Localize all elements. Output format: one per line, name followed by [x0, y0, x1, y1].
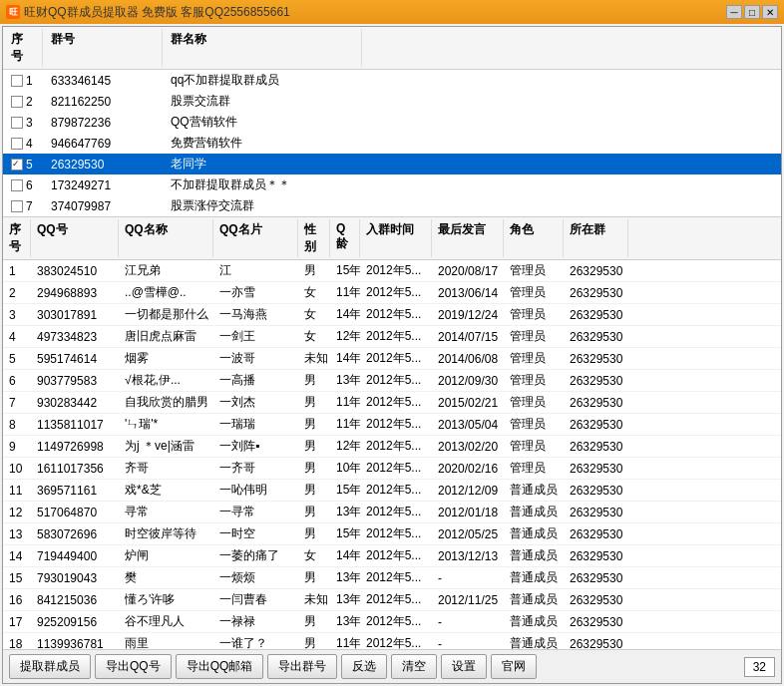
m-card: 一闫曹春	[213, 590, 298, 609]
group-checkbox[interactable]	[11, 179, 23, 191]
member-row[interactable]: 9 1149726998 为j ＊ve|涵雷 一刘阵▪ 男 12年 2012年5…	[3, 436, 781, 458]
member-row[interactable]: 18 1139936781 雨里 一谁了？ 男 11年 2012年5... - …	[3, 633, 781, 649]
group-seq: 7	[3, 198, 43, 214]
member-row[interactable]: 5 595174614 烟雾 一波哥 未知 14年 2012年5... 2014…	[3, 348, 781, 370]
m-gender: 男	[298, 459, 330, 478]
group-checkbox[interactable]	[11, 200, 23, 212]
group-id: 3	[26, 116, 33, 130]
m-no: 18	[3, 636, 31, 650]
member-row[interactable]: 16 841215036 懂ろ'许哆 一闫曹春 未知 13年 2012年5...…	[3, 589, 781, 611]
group-row[interactable]: 4 946647769 免费营销软件	[3, 133, 781, 154]
m-qqname: 戏*&芝	[119, 481, 213, 500]
minimize-button[interactable]: ─	[726, 5, 742, 19]
m-role: 管理员	[504, 371, 564, 390]
official-button[interactable]: 官网	[491, 654, 537, 679]
group-row[interactable]: 1 633346145 qq不加群提取群成员	[3, 70, 781, 91]
m-gender: 未知	[298, 590, 330, 609]
member-row[interactable]: 15 793019043 樊 一烦烦 男 13年 2012年5... - 普通成…	[3, 567, 781, 589]
m-ingroup: 26329530	[564, 548, 628, 564]
m-qq: 1135811017	[31, 417, 119, 433]
group-name: qq不加群提取群成员	[163, 71, 781, 90]
group-checkbox[interactable]	[11, 96, 23, 108]
member-row[interactable]: 8 1135811017 'ㄣ瑞'* 一瑞瑞 男 11年 2012年5... 2…	[3, 414, 781, 436]
close-button[interactable]: ✕	[762, 5, 778, 19]
export-group-button[interactable]: 导出群号	[267, 654, 337, 679]
m-role: 管理员	[504, 349, 564, 368]
m-last: 2012/09/30	[432, 373, 504, 389]
m-ingroup: 26329530	[564, 307, 628, 323]
m-join: 2012年5...	[360, 415, 432, 434]
m-qq: 294968893	[31, 285, 119, 301]
m-role: 普通成员	[504, 634, 564, 649]
member-table-wrap: 序号 QQ号 QQ名称 QQ名片 性别 Q龄 入群时间 最后发言 角色 所在群 …	[3, 217, 781, 649]
m-qq: 719449400	[31, 548, 119, 564]
member-row[interactable]: 4 497334823 唐旧虎点麻雷 一剑王 女 12年 2012年5... 2…	[3, 326, 781, 348]
invert-button[interactable]: 反选	[341, 654, 387, 679]
app-icon: 旺	[6, 5, 20, 19]
m-ingroup: 26329530	[564, 505, 628, 520]
member-row[interactable]: 7 930283442 自我欣赏的腊男 一刘杰 男 11年 2012年5... …	[3, 392, 781, 414]
extract-button[interactable]: 提取群成员	[9, 654, 91, 679]
m-qqname: √根花,伊...	[119, 371, 213, 390]
m-age: 13年	[330, 612, 360, 631]
member-row[interactable]: 17 925209156 谷不理凡人 一禄禄 男 13年 2012年5... -…	[3, 611, 781, 633]
group-seq: 3	[3, 115, 43, 131]
member-row[interactable]: 1 383024510 江兄弟 江 男 15年 2012年5... 2020/0…	[3, 260, 781, 282]
m-gender: 女	[298, 283, 330, 302]
member-row[interactable]: 2 294968893 ..@雪樺@.. 一亦雪 女 11年 2012年5...…	[3, 282, 781, 304]
group-name: QQ营销软件	[163, 113, 781, 132]
group-checkbox[interactable]: ✓	[11, 159, 23, 171]
m-qq: 583072696	[31, 526, 119, 542]
mh-age: Q龄	[330, 219, 360, 257]
group-checkbox[interactable]	[11, 138, 23, 150]
m-role: 管理员	[504, 327, 564, 346]
group-row[interactable]: 2 821162250 股票交流群	[3, 91, 781, 112]
member-rows: 1 383024510 江兄弟 江 男 15年 2012年5... 2020/0…	[3, 260, 781, 649]
member-row[interactable]: 3 303017891 一切都是那什么 一马海燕 女 14年 2012年5...…	[3, 304, 781, 326]
m-join: 2012年5...	[360, 568, 432, 587]
maximize-button[interactable]: □	[744, 5, 760, 19]
m-age: 15年	[330, 524, 360, 543]
group-checkbox[interactable]	[11, 75, 23, 87]
member-row[interactable]: 6 903779583 √根花,伊... 一高播 男 13年 2012年5...…	[3, 370, 781, 392]
member-row[interactable]: 11 369571161 戏*&芝 一吣伟明 男 15年 2012年5... 2…	[3, 480, 781, 502]
m-qqname: 'ㄣ瑞'*	[119, 415, 213, 434]
m-gender: 男	[298, 371, 330, 390]
group-row[interactable]: ✓ 5 26329530 老同学	[3, 154, 781, 174]
m-no: 17	[3, 614, 31, 630]
m-qqname: 烟雾	[119, 349, 213, 368]
m-card: 一瑞瑞	[213, 415, 298, 434]
member-row[interactable]: 10 1611017356 齐哥 一齐哥 男 10年 2012年5... 202…	[3, 458, 781, 480]
m-gender: 男	[298, 437, 330, 456]
group-seq: 2	[3, 94, 43, 110]
export-email-button[interactable]: 导出QQ邮箱	[176, 654, 264, 679]
clear-button[interactable]: 清空	[391, 654, 437, 679]
member-row[interactable]: 12 517064870 寻常 一寻常 男 13年 2012年5... 2012…	[3, 502, 781, 523]
header-group-name: 群名称	[163, 29, 362, 67]
m-card: 一齐哥	[213, 459, 298, 478]
m-qqname: ..@雪樺@..	[119, 283, 213, 302]
m-role: 普通成员	[504, 568, 564, 587]
group-checkbox[interactable]	[11, 117, 23, 129]
m-last: -	[432, 614, 504, 630]
group-row[interactable]: 3 879872236 QQ营销软件	[3, 112, 781, 133]
m-last: 2014/07/15	[432, 329, 504, 345]
export-qq-button[interactable]: 导出QQ号	[95, 654, 172, 679]
m-ingroup: 26329530	[564, 373, 628, 389]
group-row[interactable]: 6 173249271 不加群提取群成员＊＊	[3, 174, 781, 195]
m-join: 2012年5...	[360, 612, 432, 631]
member-row[interactable]: 13 583072696 时空彼岸等待 一时空 男 15年 2012年5... …	[3, 523, 781, 545]
member-row[interactable]: 14 719449400 炉闸 一萎的痛了 女 14年 2012年5... 20…	[3, 545, 781, 567]
m-card: 一高播	[213, 371, 298, 390]
m-join: 2012年5...	[360, 524, 432, 543]
settings-button[interactable]: 设置	[441, 654, 487, 679]
member-table-header: 序号 QQ号 QQ名称 QQ名片 性别 Q龄 入群时间 最后发言 角色 所在群	[3, 217, 781, 260]
m-join: 2012年5...	[360, 546, 432, 565]
m-qqname: 懂ろ'许哆	[119, 590, 213, 609]
m-no: 13	[3, 526, 31, 542]
m-ingroup: 26329530	[564, 526, 628, 542]
m-qq: 1149726998	[31, 439, 119, 455]
m-last: 2013/12/13	[432, 548, 504, 564]
m-card: 一吣伟明	[213, 481, 298, 500]
group-row[interactable]: 7 374079987 股票涨停交流群	[3, 195, 781, 216]
